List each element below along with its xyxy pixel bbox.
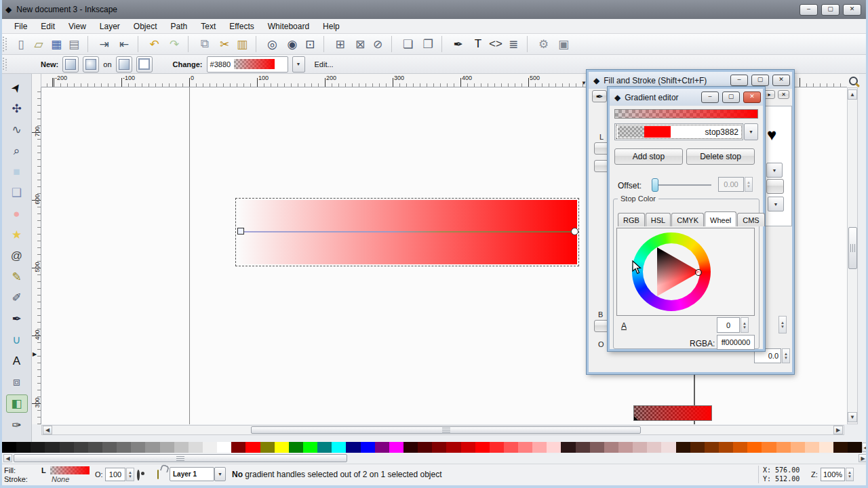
opacity-spinner[interactable]: ▲▼: [126, 468, 134, 481]
palette-swatch[interactable]: [676, 442, 690, 453]
palette-swatch[interactable]: [833, 442, 848, 453]
zoom-spinbox[interactable]: 100%: [821, 468, 845, 481]
palette-swatch[interactable]: [446, 442, 460, 453]
zoom-page-icon[interactable]: ⊡: [301, 36, 319, 52]
palette-scroll-right[interactable]: ▶: [859, 454, 867, 462]
box3d-tool[interactable]: ❑: [7, 184, 27, 201]
palette-swatch[interactable]: [633, 442, 647, 453]
vertical-ruler[interactable]: 700600500400300: [32, 87, 41, 424]
palette-prev-arrow[interactable]: ◀: [862, 443, 868, 452]
cut-icon[interactable]: ✂: [216, 36, 233, 52]
close-button[interactable]: ✕: [843, 4, 861, 16]
menu-item[interactable]: Edit: [35, 20, 61, 33]
palette-swatch[interactable]: [791, 442, 805, 453]
palette-swatch[interactable]: [174, 442, 189, 453]
palette-swatch[interactable]: [518, 442, 532, 453]
gradient-end-handle[interactable]: [571, 228, 578, 235]
xml-editor-icon[interactable]: <>: [487, 36, 505, 52]
selector-tool[interactable]: ➤: [7, 79, 27, 96]
repeat-dropdown-fragment[interactable]: [766, 163, 783, 178]
stroke-target-button[interactable]: [136, 56, 153, 73]
scroll-left-arrow[interactable]: ◀: [43, 426, 52, 434]
zoom-drawing-icon[interactable]: ◉: [283, 36, 301, 52]
palette-swatch[interactable]: [102, 442, 117, 453]
undo-icon[interactable]: ↶: [138, 36, 165, 52]
palette-scroll-left[interactable]: ◀: [3, 454, 12, 462]
node-tool[interactable]: ✣: [7, 100, 27, 117]
palette-swatch[interactable]: [361, 442, 375, 453]
rgba-entry[interactable]: ff000000: [717, 335, 755, 350]
import-icon[interactable]: ⇥: [87, 36, 115, 52]
palette-swatch[interactable]: [490, 442, 504, 453]
vertical-scroll-thumb[interactable]: [848, 227, 857, 269]
palette-swatch[interactable]: [432, 442, 446, 453]
menu-item[interactable]: Path: [165, 20, 194, 33]
maximize-button[interactable]: ▢: [821, 4, 840, 16]
align-dialog-icon[interactable]: ≣: [505, 36, 522, 52]
toolbar-grip[interactable]: [3, 58, 7, 70]
palette-swatch[interactable]: [60, 442, 74, 453]
edit-gradient-button[interactable]: Edit...: [315, 60, 334, 68]
palette-swatch[interactable]: [275, 442, 289, 453]
calligraphy-tool[interactable]: ✒: [7, 310, 27, 327]
horizontal-scrollbar[interactable]: ◀ ▶: [41, 425, 844, 435]
linear-gradient-button[interactable]: [62, 56, 79, 73]
alpha-spinner[interactable]: ▲▼: [741, 317, 749, 333]
gradient-start-handle[interactable]: [237, 228, 244, 235]
gradient-editor-title-bar[interactable]: ◆ Gradient editor – ▢ ✕: [610, 89, 763, 106]
palette-swatch[interactable]: [733, 442, 747, 453]
heart-swatch-icon[interactable]: ♥: [767, 125, 776, 144]
opacity-spinner-fragment[interactable]: ▲▼: [782, 348, 790, 363]
menu-item[interactable]: Effects: [223, 20, 260, 33]
tab-cms[interactable]: CMS: [737, 213, 764, 226]
palette-swatch[interactable]: [403, 442, 418, 453]
palette-swatch[interactable]: [561, 442, 575, 453]
gradient-tool[interactable]: ◧: [6, 394, 28, 413]
text-tool[interactable]: A: [7, 352, 27, 369]
palette-swatch[interactable]: [346, 442, 360, 453]
layer-visibility-icon[interactable]: [137, 470, 140, 481]
scroll-right-arrow[interactable]: ▶: [833, 426, 843, 434]
palette-swatch[interactable]: [475, 442, 490, 453]
tab-cmyk[interactable]: CMYK: [671, 213, 704, 226]
layer-selector[interactable]: Layer 1: [170, 467, 214, 481]
palette-swatch[interactable]: [705, 442, 719, 453]
group-icon[interactable]: ❏: [391, 36, 419, 52]
palette-swatch[interactable]: [504, 442, 518, 453]
scroll-down-arrow[interactable]: ▼: [848, 412, 857, 422]
palette-swatch[interactable]: [160, 442, 174, 453]
palette-swatch[interactable]: [719, 442, 733, 453]
gradient-dropdown-button[interactable]: [292, 56, 305, 73]
menu-item[interactable]: Help: [317, 20, 346, 33]
layer-dropdown-button[interactable]: [214, 467, 226, 481]
palette-swatch[interactable]: [576, 442, 590, 453]
help-icon[interactable]: ▣: [555, 36, 572, 52]
zoom-tool[interactable]: ⌕: [7, 142, 27, 159]
palette-swatch[interactable]: [131, 442, 145, 453]
toolbar-grip[interactable]: [3, 37, 7, 52]
palette-swatch[interactable]: [647, 442, 661, 453]
maximize-button[interactable]: ▢: [751, 75, 769, 86]
open-document-icon[interactable]: ▱: [30, 36, 47, 52]
palette-swatch[interactable]: [661, 442, 675, 453]
scroll-up-arrow[interactable]: ▲: [848, 89, 857, 100]
paste-icon[interactable]: ▥: [233, 36, 251, 52]
close-button[interactable]: ✕: [743, 92, 761, 103]
menu-item[interactable]: Object: [127, 20, 163, 33]
palette-swatch[interactable]: [332, 442, 346, 453]
add-stop-button[interactable]: Add stop: [614, 148, 683, 165]
layer-lock-icon[interactable]: [157, 470, 159, 479]
menu-item[interactable]: Layer: [94, 20, 126, 33]
palette-swatch[interactable]: [217, 442, 231, 453]
palette-swatch[interactable]: [260, 442, 275, 453]
preferences-icon[interactable]: ⚙: [527, 36, 555, 52]
dropdown-fragment[interactable]: [768, 197, 784, 211]
palette-swatch[interactable]: [289, 442, 303, 453]
palette-swatch[interactable]: [590, 442, 604, 453]
palette-swatch[interactable]: [74, 442, 88, 453]
palette-swatch[interactable]: [848, 442, 862, 453]
zoom-selection-icon[interactable]: ◎: [256, 36, 283, 52]
palette-swatch[interactable]: [618, 442, 633, 453]
zoom-spinner[interactable]: ▲▼: [846, 468, 854, 481]
export-icon[interactable]: ⇤: [115, 36, 133, 52]
